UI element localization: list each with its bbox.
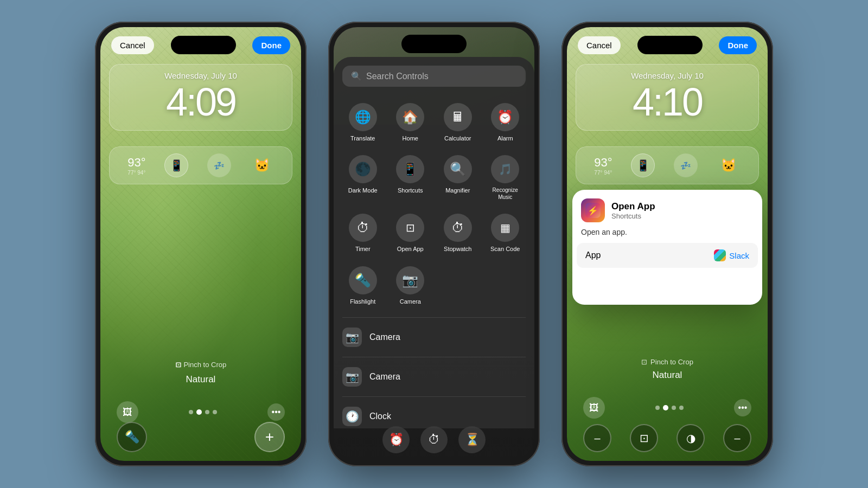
gallery-button-1[interactable]: 🖼 — [117, 401, 138, 423]
control-calculator[interactable]: 🖩 Calculator — [435, 98, 481, 147]
dynamic-island-1 — [171, 36, 236, 54]
section-camera-label-2: Camera — [369, 372, 400, 382]
control-openapp[interactable]: ⊡ Open App — [388, 208, 433, 258]
phone-2: 🔍 Search Controls 🌐 Translate 🏠 — [328, 22, 540, 466]
pinch-label-3: ⊡ Pinch to Crop — [641, 358, 693, 366]
datetime-widget-3: Wednesday, July 10 4:10 — [576, 64, 759, 131]
home-icon: 🏠 — [396, 103, 424, 131]
darkmode-label: Dark Mode — [348, 187, 378, 194]
stopwatch-label: Stopwatch — [444, 245, 471, 253]
search-bar-container: 🔍 Search Controls — [334, 57, 534, 93]
control-darkmode[interactable]: 🌑 Dark Mode — [340, 150, 386, 206]
phone-1-screen: Cancel Done Wednesday, July 10 4:09 93° … — [100, 27, 301, 461]
section-camera-2[interactable]: 📷 Camera — [334, 359, 534, 394]
open-app-widget-btn[interactable]: ⊡ — [630, 424, 658, 452]
gallery-button-3[interactable]: 🖼 — [583, 397, 605, 419]
controls-picker: 🔍 Search Controls 🌐 Translate 🏠 — [334, 57, 534, 428]
section-camera-1[interactable]: 📷 Camera — [334, 320, 534, 355]
section-camera-label-1: Camera — [369, 332, 400, 342]
dynamic-island-3 — [637, 36, 703, 54]
search-bar[interactable]: 🔍 Search Controls — [342, 66, 526, 87]
control-camera[interactable]: 📷 Camera — [388, 261, 433, 311]
control-alarm[interactable]: ⏰ Alarm — [483, 98, 528, 147]
controls-grid: 🌐 Translate 🏠 Home 🖩 Calculator ⏰ — [334, 93, 534, 315]
separator-2 — [342, 357, 526, 357]
popup-app-subtitle: Shortcuts — [611, 212, 655, 220]
top-bar-1: Cancel Done — [100, 36, 301, 54]
control-flashlight[interactable]: 🔦 Flashlight — [340, 261, 386, 311]
datetime-widget-1: Wednesday, July 10 4:09 — [109, 64, 292, 131]
done-button-1[interactable]: Done — [252, 36, 290, 54]
openapp-icon: ⊡ — [396, 214, 424, 242]
more-button-1[interactable]: ••• — [267, 403, 285, 421]
control-shortcuts[interactable]: 📱 Shortcuts — [388, 150, 433, 206]
sleep-icon-3[interactable]: 💤 — [674, 153, 698, 177]
popup-row-label: App — [585, 251, 601, 260]
minus-right-button-3[interactable]: – — [723, 424, 751, 452]
control-magnifier[interactable]: 🔍 Magnifier — [435, 150, 481, 206]
weather-temp: 93° 77° 94° — [127, 156, 145, 176]
sleep-icon[interactable]: 💤 — [207, 153, 231, 177]
search-placeholder: Search Controls — [366, 72, 429, 81]
temp-range-3: 77° 94° — [594, 170, 612, 176]
done-button-3[interactable]: Done — [719, 36, 757, 54]
cat-icon-3[interactable]: 🐱 — [717, 153, 741, 177]
bottom-bar-3: 🖼 ••• — [567, 397, 768, 419]
control-translate[interactable]: 🌐 Translate — [340, 98, 386, 147]
phone-3-screen: Cancel Done Wednesday, July 10 4:10 93° … — [567, 27, 768, 461]
dots-row-1 — [189, 409, 217, 415]
mini-alarm[interactable]: ⏰ — [382, 426, 410, 453]
flashlight-label: Flashlight — [350, 298, 375, 305]
pinch-text: ⊡ Pinch to Crop — [176, 361, 226, 369]
brightness-button-3[interactable]: ◑ — [676, 424, 705, 452]
phone2-bottom-controls: ⏰ ⏱ ⏳ — [382, 426, 486, 453]
control-scancode[interactable]: ▦ Scan Code — [483, 208, 528, 258]
dot3-3 — [672, 406, 676, 410]
popup-row-value: Slack — [714, 249, 749, 261]
popup-empty-space — [572, 272, 762, 305]
dot-3 — [205, 410, 209, 414]
popup-header: ⚡ Open App Shortcuts — [572, 190, 762, 228]
section-camera-icon-2: 📷 — [342, 367, 362, 387]
phone-lock-icon-3[interactable]: 📱 — [631, 153, 655, 177]
control-timer[interactable]: ⏱ Timer — [340, 208, 386, 258]
phone-3-content: Cancel Done Wednesday, July 10 4:10 93° … — [567, 27, 768, 461]
dots-row-3 — [655, 405, 684, 410]
minus-button-3[interactable]: – — [583, 424, 611, 452]
section-clock[interactable]: 🕐 Clock — [334, 399, 534, 428]
camera-icon: 📷 — [396, 266, 424, 294]
dot-2-active — [196, 409, 202, 415]
top-bar-3: Cancel Done — [567, 36, 768, 54]
dynamic-island-2 — [401, 35, 467, 53]
popup-app-row[interactable]: App Slack — [577, 243, 758, 268]
add-widget-button[interactable]: + — [254, 422, 285, 452]
dot3-4 — [679, 406, 684, 410]
translate-label: Translate — [350, 134, 375, 142]
cat-icon[interactable]: 🐱 — [250, 153, 274, 177]
control-shazam[interactable]: 🎵 RecognizeMusic — [483, 150, 528, 206]
phone-1: Cancel Done Wednesday, July 10 4:09 93° … — [95, 22, 307, 466]
shazam-label: RecognizeMusic — [493, 187, 518, 201]
weather-widget-3: 93° 77° 94° — [594, 156, 612, 176]
phone-3-background: Cancel Done Wednesday, July 10 4:10 93° … — [567, 27, 768, 461]
mini-stopwatch[interactable]: ⏳ — [458, 426, 486, 453]
date-label-1: Wednesday, July 10 — [120, 71, 281, 80]
temp-value: 93° — [127, 156, 145, 170]
flashlight-button-1[interactable]: 🔦 — [117, 422, 147, 452]
cancel-button-3[interactable]: Cancel — [578, 36, 621, 54]
time-label-1: 4:09 — [120, 82, 281, 121]
temp-value-3: 93° — [594, 156, 612, 170]
controls-row-1: 93° 77° 94° 📱 💤 🐱 — [109, 146, 292, 184]
section-clock-label: Clock — [369, 412, 391, 421]
popup-title-block: Open App Shortcuts — [611, 201, 655, 220]
bottom-actions-3: – ⊡ ◑ – — [567, 424, 768, 452]
flashlight-icon: 🔦 — [349, 266, 377, 294]
cancel-button-1[interactable]: Cancel — [111, 36, 154, 54]
phone-lock-icon[interactable]: 📱 — [164, 153, 188, 177]
control-home[interactable]: 🏠 Home — [388, 98, 433, 147]
mini-timer[interactable]: ⏱ — [420, 426, 448, 453]
control-stopwatch[interactable]: ⏱ Stopwatch — [435, 208, 481, 258]
more-button-3[interactable]: ••• — [734, 399, 751, 416]
controls-scroll[interactable]: 🌐 Translate 🏠 Home 🖩 Calculator ⏰ — [334, 93, 534, 428]
separator-3 — [342, 396, 526, 397]
